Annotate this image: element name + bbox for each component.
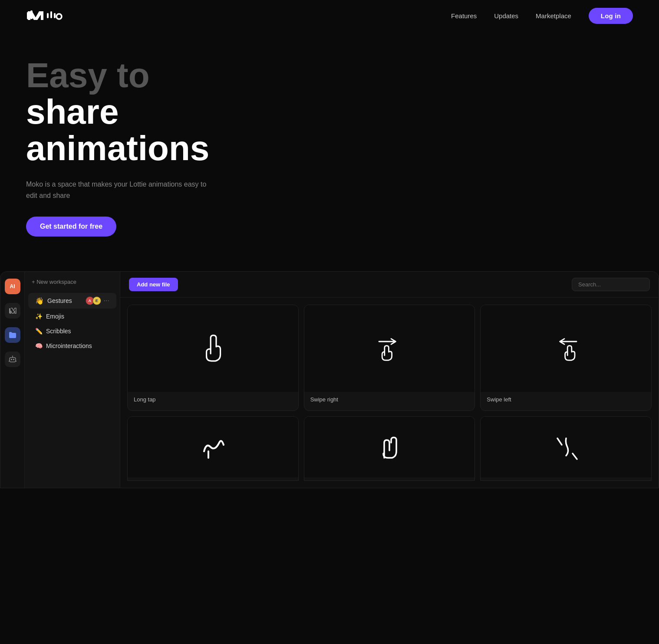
sidebar-nav: + New workspace 👋 Gestures A E ··· ✨ Emo… <box>25 272 120 488</box>
navbar: Features Updates Marketplace Log in <box>0 0 659 31</box>
emojis-emoji: ✨ <box>35 313 43 320</box>
svg-rect-8 <box>10 358 16 362</box>
file-card-label-1: Long tap <box>128 392 298 407</box>
micro-emoji: 🧠 <box>35 342 43 349</box>
login-button[interactable]: Log in <box>589 8 633 24</box>
file-card-preview-6 <box>481 417 651 477</box>
sidebar-icon-ai[interactable]: AI <box>5 279 20 294</box>
nav-updates[interactable]: Updates <box>494 12 518 20</box>
file-card-preview-2 <box>304 305 475 392</box>
logo[interactable] <box>26 9 69 23</box>
file-card-preview-4 <box>128 417 298 477</box>
svg-rect-10 <box>13 359 14 360</box>
svg-point-6 <box>56 14 62 19</box>
main-toolbar: Add new file <box>120 272 659 298</box>
svg-rect-9 <box>11 359 12 360</box>
sidebar-icon-moko[interactable] <box>5 303 20 319</box>
avatar-2: E <box>92 296 101 305</box>
sidebar-item-gestures[interactable]: 👋 Gestures A E ··· <box>28 293 116 309</box>
sidebar-item-emojis[interactable]: ✨ Emojis <box>28 309 116 323</box>
svg-point-12 <box>12 356 13 357</box>
svg-rect-3 <box>47 13 49 18</box>
svg-rect-7 <box>9 308 10 313</box>
file-card-swipe-left[interactable]: Swipe left <box>480 305 652 411</box>
new-workspace-btn[interactable]: + New workspace <box>25 279 120 292</box>
sidebar-icons: AI <box>0 272 25 488</box>
sidebar-icon-robot[interactable] <box>5 352 20 367</box>
sidebar-icon-folder[interactable] <box>5 327 20 343</box>
svg-rect-5 <box>54 13 56 18</box>
file-card-long-tap[interactable]: Long tap <box>127 305 299 411</box>
gestures-label: Gestures <box>47 297 72 304</box>
emojis-label: Emojis <box>46 313 64 320</box>
hero-subtitle: Moko is a space that makes your Lottie a… <box>26 179 208 201</box>
sidebar-item-microinteractions[interactable]: 🧠 Microinteractions <box>28 339 116 353</box>
file-card-preview-5 <box>304 417 475 477</box>
hero-title-part3: animations <box>26 129 209 168</box>
main-content: Add new file Long tap <box>120 272 659 488</box>
cta-button[interactable]: Get started for free <box>26 217 116 237</box>
micro-label: Microinteractions <box>46 342 92 349</box>
files-grid: Long tap Swipe right <box>120 298 659 488</box>
gestures-menu-icon[interactable]: ··· <box>104 297 109 305</box>
nav-features[interactable]: Features <box>451 12 477 20</box>
file-card-label-3: Swipe left <box>481 392 651 407</box>
file-card-wave[interactable] <box>127 416 299 481</box>
hero-title: Easy to share animations <box>26 57 234 167</box>
file-card-two-finger[interactable] <box>304 416 475 481</box>
file-card-label-2: Swipe right <box>304 392 475 407</box>
file-card-preview-1 <box>128 305 298 392</box>
app-preview: AI + New workspace <box>0 271 659 488</box>
search-input[interactable] <box>572 278 650 291</box>
sidebar-item-scribbles[interactable]: ✏️ Scribbles <box>28 324 116 338</box>
hero-title-part2: share <box>26 92 119 131</box>
file-card-preview-3 <box>481 305 651 392</box>
gestures-emoji: 👋 <box>35 297 44 305</box>
hero-section: Easy to share animations Moko is a space… <box>0 31 260 250</box>
add-file-button[interactable]: Add new file <box>129 278 178 291</box>
file-card-pinch[interactable] <box>480 416 652 481</box>
scribbles-emoji: ✏️ <box>35 328 43 335</box>
avatar-stack: A E <box>87 296 101 305</box>
svg-rect-4 <box>50 11 52 18</box>
hero-title-part1: Easy to <box>26 56 150 95</box>
file-card-swipe-right[interactable]: Swipe right <box>304 305 475 411</box>
nav-links: Features Updates Marketplace Log in <box>451 8 633 24</box>
scribbles-label: Scribbles <box>46 328 71 335</box>
nav-marketplace[interactable]: Marketplace <box>536 12 571 20</box>
